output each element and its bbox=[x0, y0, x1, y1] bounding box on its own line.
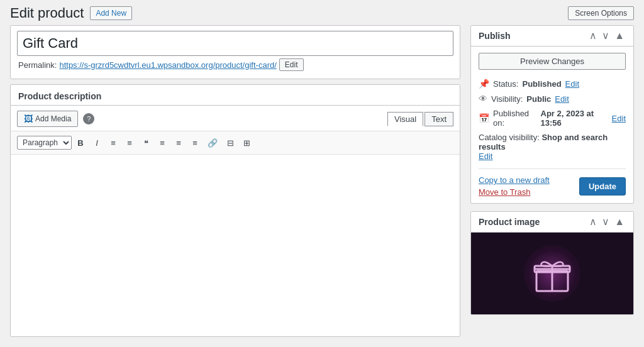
status-edit-link[interactable]: Edit bbox=[565, 79, 579, 89]
published-on-label: Published on: bbox=[493, 109, 537, 128]
italic-button[interactable]: I bbox=[89, 135, 104, 150]
main-column: Permalink: https://s-grzrd5cwdtvrl.eu1.w… bbox=[10, 25, 460, 337]
add-media-label: Add Media bbox=[35, 114, 71, 123]
tab-visual[interactable]: Visual bbox=[387, 112, 423, 126]
visibility-edit-link[interactable]: Edit bbox=[555, 94, 569, 104]
align-right-button[interactable]: ≡ bbox=[187, 135, 203, 150]
product-image-header: Product image ∧ ∨ ▲ bbox=[471, 212, 633, 233]
publish-collapse-up-button[interactable]: ∧ bbox=[588, 31, 598, 41]
product-image-preview bbox=[471, 233, 633, 314]
status-label: Status: bbox=[493, 79, 518, 89]
screen-options-button[interactable]: Screen Options bbox=[568, 6, 634, 20]
product-image-title: Product image bbox=[479, 217, 540, 227]
title-box: Permalink: https://s-grzrd5cwdtvrl.eu1.w… bbox=[10, 25, 460, 79]
eye-icon: 👁 bbox=[479, 94, 487, 104]
publish-collapse-button[interactable]: ▲ bbox=[613, 31, 626, 41]
horizontal-rule-button[interactable]: ⊟ bbox=[223, 135, 238, 150]
bold-button[interactable]: B bbox=[73, 135, 88, 150]
paragraph-format-select[interactable]: Paragraph Heading 1 Heading 2 Heading 3 bbox=[17, 136, 72, 150]
product-image-collapse-button[interactable]: ▲ bbox=[613, 217, 626, 227]
page-title: Edit product bbox=[10, 5, 84, 21]
permalink-edit-button[interactable]: Edit bbox=[279, 58, 304, 71]
table-button[interactable]: ⊞ bbox=[239, 135, 254, 150]
publish-actions: Copy to a new draft Move to Trash Update bbox=[479, 168, 626, 197]
catalog-visibility-label: Catalog visibility: bbox=[479, 133, 540, 142]
status-value: Published bbox=[522, 79, 561, 89]
publish-collapse-down-button[interactable]: ∨ bbox=[601, 31, 611, 41]
catalog-visibility-row: Catalog visibility: Shop and search resu… bbox=[479, 130, 626, 163]
publish-box-title: Publish bbox=[479, 31, 511, 41]
pin-icon: 📌 bbox=[479, 79, 489, 89]
editor-header: Product description bbox=[11, 85, 460, 106]
add-media-icon: 🖼 bbox=[24, 114, 33, 124]
unordered-list-button[interactable]: ≡ bbox=[106, 135, 121, 150]
editor-section-title: Product description bbox=[18, 91, 101, 101]
publish-box: Publish ∧ ∨ ▲ Preview Changes 📌 Status: … bbox=[470, 25, 634, 204]
catalog-visibility-edit-link[interactable]: Edit bbox=[479, 151, 492, 161]
ordered-list-button[interactable]: ≡ bbox=[122, 135, 137, 150]
product-image-controls: ∧ ∨ ▲ bbox=[588, 217, 626, 227]
product-image-collapse-up-button[interactable]: ∧ bbox=[588, 217, 598, 227]
link-button[interactable]: 🔗 bbox=[204, 135, 221, 150]
publish-left-actions: Copy to a new draft Move to Trash bbox=[479, 175, 550, 197]
add-media-button[interactable]: 🖼 Add Media bbox=[17, 111, 78, 127]
publish-box-controls: ∧ ∨ ▲ bbox=[588, 31, 626, 41]
calendar-icon: 📅 bbox=[479, 113, 489, 123]
align-center-button[interactable]: ≡ bbox=[171, 135, 186, 150]
permalink-row: Permalink: https://s-grzrd5cwdtvrl.eu1.w… bbox=[17, 56, 453, 74]
permalink-link[interactable]: https://s-grzrd5cwdtvrl.eu1.wpsandbox.or… bbox=[59, 60, 276, 70]
publish-box-body: Preview Changes 📌 Status: Published Edit… bbox=[471, 47, 633, 203]
editor-toolbar-top: 🖼 Add Media ? Visual Text bbox=[11, 106, 460, 131]
published-on-row: 📅 Published on: Apr 2, 2023 at 13:56 Edi… bbox=[479, 106, 626, 130]
permalink-label: Permalink: bbox=[18, 60, 57, 70]
view-tabs: Visual Text bbox=[387, 112, 453, 126]
visibility-value: Public bbox=[526, 94, 551, 104]
published-on-edit-link[interactable]: Edit bbox=[612, 114, 626, 123]
tab-text[interactable]: Text bbox=[425, 112, 453, 126]
editor-content-area[interactable] bbox=[11, 155, 460, 280]
published-on-value: Apr 2, 2023 at 13:56 bbox=[541, 109, 608, 128]
product-title-input[interactable] bbox=[17, 31, 453, 56]
help-icon[interactable]: ? bbox=[83, 113, 94, 124]
status-row: 📌 Status: Published Edit bbox=[479, 76, 626, 91]
gift-box-icon bbox=[530, 251, 574, 297]
visibility-label: Visibility: bbox=[491, 94, 523, 104]
editor-toolbar-format: Paragraph Heading 1 Heading 2 Heading 3 … bbox=[11, 131, 460, 155]
sidebar-column: Publish ∧ ∨ ▲ Preview Changes 📌 Status: … bbox=[470, 25, 634, 337]
publish-box-header: Publish ∧ ∨ ▲ bbox=[471, 26, 633, 47]
add-new-button[interactable]: Add New bbox=[90, 6, 132, 20]
align-left-button[interactable]: ≡ bbox=[155, 135, 170, 150]
visibility-row: 👁 Visibility: Public Edit bbox=[479, 91, 626, 106]
product-image-collapse-down-button[interactable]: ∨ bbox=[601, 217, 611, 227]
copy-draft-link[interactable]: Copy to a new draft bbox=[479, 175, 550, 185]
move-trash-link[interactable]: Move to Trash bbox=[479, 187, 530, 197]
product-image-box: Product image ∧ ∨ ▲ bbox=[470, 211, 634, 315]
update-button[interactable]: Update bbox=[579, 177, 626, 196]
preview-changes-button[interactable]: Preview Changes bbox=[479, 53, 626, 70]
blockquote-button[interactable]: ❝ bbox=[138, 135, 153, 150]
editor-box: Product description 🖼 Add Media ? Visual… bbox=[10, 84, 460, 337]
